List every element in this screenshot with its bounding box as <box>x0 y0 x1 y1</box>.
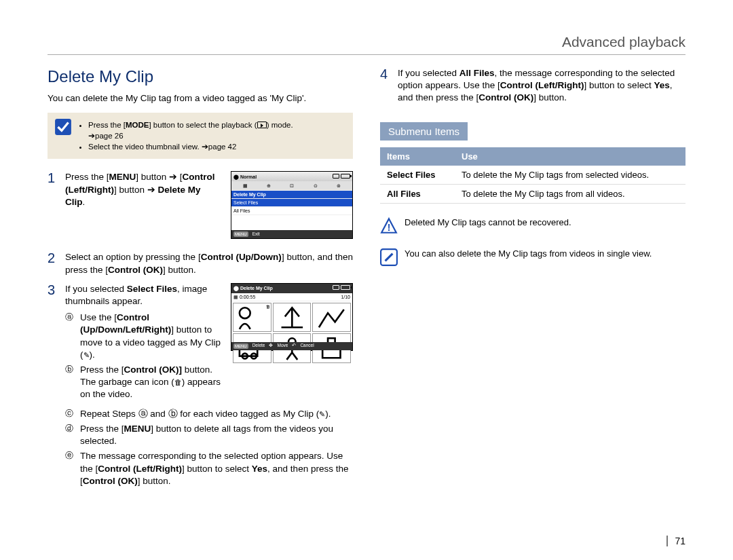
step-1-text: Press the [MENU] button ➔ [Control (Left… <box>65 171 221 208</box>
step-number-1: 1 <box>48 171 65 185</box>
lcd-menu-screenshot: ⬤ Normal ▦⊕⊡⊙⊚ Delete My Clip Select Fil… <box>231 171 353 239</box>
check-icon <box>54 118 72 136</box>
substep-c: ⓒ Repeat Steps ⓐ and ⓑ for each video ta… <box>65 408 353 420</box>
intro-text: You can delete the My Clip tag from a vi… <box>48 93 353 103</box>
note-box: Press the [MODE] button to select the pl… <box>48 113 353 159</box>
substep-e: ⓔ The message corresponding to the selec… <box>65 450 353 487</box>
step-number-3: 3 <box>48 283 65 297</box>
warning-icon: ! <box>380 217 398 235</box>
right-column: 4 If you selected All Files, the message… <box>380 67 685 497</box>
substep-d: ⓓ Press the [MENU] button to delete all … <box>65 423 353 447</box>
table-header-use: Use <box>455 147 685 166</box>
step-2-text: Select an option by pressing the [Contro… <box>65 251 353 276</box>
svg-point-1 <box>240 307 250 318</box>
warning-note: ! Deleted My Clip tags cannot be recover… <box>380 217 685 235</box>
substep-b: ⓑ Press the [Control (OK)] button. The g… <box>65 364 221 401</box>
info-note: You can also delete the My Clip tags fro… <box>380 248 685 266</box>
step-number-4: 4 <box>380 67 398 81</box>
note-bullet-2: Select the video thumbnail view. ➔page 4… <box>88 141 345 152</box>
pencil-note-icon <box>380 248 398 266</box>
lcd-thumbnail-screenshot: ⬤ Delete My Clip ▦ 0:00:551/10 🗑 MENUDel… <box>231 283 353 351</box>
table-header-items: Items <box>380 147 455 166</box>
section-title: Delete My Clip <box>48 67 353 86</box>
playback-icon <box>257 122 267 128</box>
substep-a: ⓐ Use the [Control (Up/Down/Left/Right)]… <box>65 312 221 361</box>
trash-icon: 🗑 <box>266 304 270 310</box>
submenu-table: Items Use Select FilesTo delete the My C… <box>380 147 685 204</box>
chapter-header: Advanced playback <box>48 34 685 55</box>
myclip-icon: ✎ <box>83 351 90 359</box>
step-number-2: 2 <box>48 251 65 265</box>
svg-text:!: ! <box>388 221 391 232</box>
table-row: All FilesTo delete the My Clip tags from… <box>380 184 685 203</box>
note-bullet-1: Press the [MODE] button to select the pl… <box>88 119 345 141</box>
page-number: 71 <box>666 536 685 546</box>
myclip-icon: ✎ <box>319 410 325 418</box>
left-column: Delete My Clip You can delete the My Cli… <box>48 67 353 497</box>
trash-icon: 🗑 <box>174 378 182 386</box>
svg-rect-0 <box>55 119 71 135</box>
step-3-text: If you selected Select Files, image thum… <box>65 283 221 307</box>
submenu-header: Submenu Items <box>380 122 468 141</box>
step-4-text: If you selected All Files, the message c… <box>398 67 685 105</box>
table-row: Select FilesTo delete the My Clip tags f… <box>380 166 685 185</box>
